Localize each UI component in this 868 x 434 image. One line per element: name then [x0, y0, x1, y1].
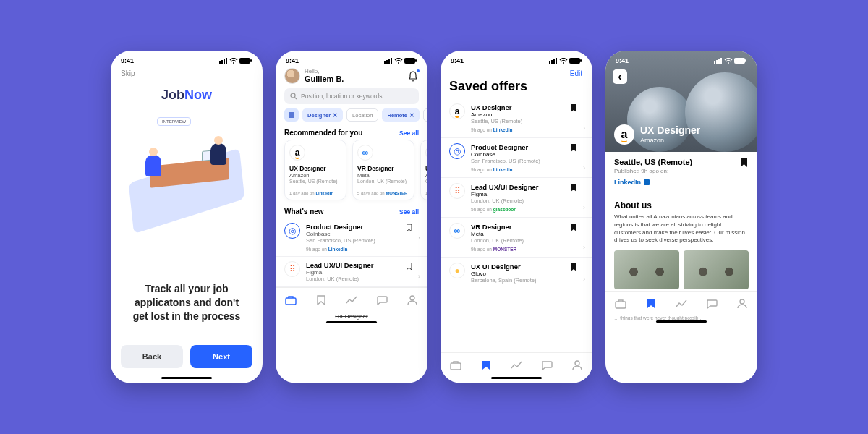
tab-stats[interactable] [344, 293, 359, 307]
chip-close-icon[interactable]: ✕ [409, 112, 414, 119]
tab-stats[interactable] [674, 297, 689, 311]
notifications-button[interactable] [407, 70, 419, 82]
wifi-icon [394, 58, 403, 64]
bookmark-icon[interactable] [741, 158, 747, 167]
status-icons [219, 58, 252, 64]
tab-jobs[interactable] [284, 293, 298, 307]
bookmark-icon[interactable] [571, 104, 576, 112]
tab-profile[interactable] [735, 297, 749, 311]
source-link[interactable]: LinkedIn [614, 174, 749, 187]
tab-profile[interactable] [570, 358, 584, 373]
saved-list-item[interactable]: aUX DesignerAmazonSeattle, US (Remote)9h… [441, 98, 592, 138]
filter-toggle-button[interactable] [284, 109, 299, 122]
home-indicator [161, 377, 212, 379]
saved-list-item[interactable]: ●UX UI DesignerGlovoBarcelona, Spain (Re… [441, 258, 592, 289]
bookmark-icon[interactable] [571, 224, 576, 231]
svg-rect-27 [580, 59, 582, 62]
status-icons [549, 58, 582, 64]
tab-messages[interactable] [540, 358, 554, 373]
tab-saved[interactable] [644, 297, 658, 311]
search-input[interactable]: Position, location or keywords [284, 88, 419, 104]
back-button[interactable]: Back [121, 345, 183, 368]
chevron-right-icon: › [583, 124, 585, 132]
chip-close-icon[interactable]: ✕ [333, 112, 338, 119]
next-button[interactable]: Next [190, 345, 252, 368]
bookmark-icon[interactable] [571, 144, 576, 152]
tab-stats[interactable] [509, 358, 524, 373]
company-logo-figma: ⠿ [284, 261, 300, 277]
chip-location[interactable]: Location [346, 109, 378, 122]
wifi-icon [229, 58, 238, 64]
chip-remote[interactable]: Remote✕ [382, 109, 420, 122]
status-bar: 9:41 [605, 51, 757, 67]
job-list-item[interactable]: ◎ Product Designer Coinbase San Francisc… [276, 218, 427, 257]
see-all-link[interactable]: See all [399, 208, 419, 216]
avatar[interactable] [284, 68, 300, 84]
edit-link[interactable]: Edit [570, 69, 582, 77]
bookmark-icon[interactable] [571, 184, 576, 192]
signal-icon [219, 58, 228, 64]
bookmark-icon[interactable] [407, 224, 412, 231]
tab-saved[interactable] [314, 293, 328, 307]
chip-designer[interactable]: Designer✕ [302, 109, 343, 122]
saved-list-item[interactable]: ⠿Lead UX/UI DesignerFigmaLondon, UK (Rem… [441, 178, 592, 218]
bookmark-icon[interactable] [571, 263, 576, 271]
tab-jobs[interactable] [448, 358, 463, 373]
about-photos[interactable] [605, 244, 757, 291]
job-card[interactable]: ∞ VR Designer Meta London, UK (Remote) 5… [352, 140, 414, 200]
see-all-link[interactable]: See all [399, 129, 419, 137]
whatsnew-header: What's new See all [276, 205, 427, 218]
svg-rect-28 [451, 363, 461, 370]
svg-point-14 [291, 93, 295, 98]
section-title: Recommended for you [284, 129, 362, 137]
svg-rect-2 [224, 59, 225, 64]
app-logo: JobNow [111, 88, 263, 103]
job-card[interactable]: a UX Designer Amazon Seattle, US (Remote… [284, 140, 346, 200]
home-screen: 9:41 Hello, Guillem B. Position, locatio… [276, 51, 427, 383]
company-logo-meta: ∞ [449, 223, 465, 239]
company-name: Amazon [640, 137, 700, 144]
recommended-cards[interactable]: a UX Designer Amazon Seattle, US (Remote… [276, 140, 427, 205]
bookmark-icon[interactable] [407, 263, 412, 270]
svg-point-34 [728, 62, 729, 64]
back-button[interactable]: ‹ [613, 69, 627, 84]
chip-company[interactable]: Comp [423, 109, 427, 122]
tab-bar [605, 291, 757, 315]
battery-icon [404, 58, 417, 64]
status-time: 9:41 [121, 57, 134, 64]
svg-rect-36 [745, 59, 746, 62]
tab-messages[interactable] [705, 297, 719, 311]
svg-rect-1 [221, 60, 223, 64]
home-indicator [656, 320, 707, 323]
saved-list[interactable]: aUX DesignerAmazonSeattle, US (Remote)9h… [441, 98, 592, 352]
svg-rect-10 [391, 58, 392, 64]
skip-link[interactable]: Skip [121, 69, 135, 77]
job-card[interactable]: UI De Apple Cupe 1 day [420, 140, 427, 200]
saved-list-item[interactable]: ◎Product DesignerCoinbaseSan Francisco, … [441, 138, 592, 178]
saved-screen: 9:41 Edit Saved offers aUX DesignerAmazo… [441, 51, 592, 383]
company-logo-apple [425, 145, 427, 161]
onboarding-topnav: Skip [111, 67, 263, 80]
svg-point-29 [575, 361, 579, 365]
tab-saved[interactable] [479, 358, 493, 373]
tab-profile[interactable] [405, 293, 420, 307]
hero-title: a UX Designer Amazon [614, 124, 700, 145]
status-time: 9:41 [616, 57, 629, 64]
logo-word-now: Now [184, 88, 212, 102]
saved-list-item[interactable]: ∞VR DesignerMetaLondon, UK (Remote)9h ag… [441, 218, 592, 258]
svg-rect-33 [720, 58, 722, 64]
signal-icon [549, 58, 558, 64]
svg-rect-7 [384, 61, 386, 64]
battery-icon [569, 58, 582, 64]
job-list-item[interactable]: ⠿ Lead UX/UI Designer Figma London, UK (… [276, 257, 427, 287]
job-title: UX Designer [640, 125, 700, 136]
svg-rect-9 [388, 59, 390, 64]
status-icons [384, 58, 417, 64]
svg-rect-6 [250, 59, 252, 62]
chevron-right-icon: › [583, 276, 585, 283]
tab-jobs[interactable] [613, 297, 628, 311]
photo-thumbnail[interactable] [614, 250, 679, 289]
chevron-right-icon: › [583, 164, 585, 171]
tab-messages[interactable] [375, 293, 389, 307]
photo-thumbnail[interactable] [684, 250, 749, 289]
